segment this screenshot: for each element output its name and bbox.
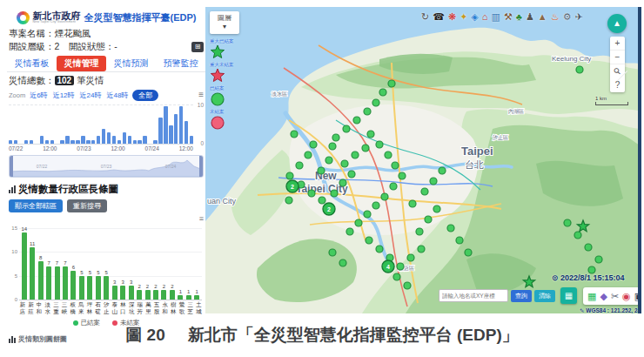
tab-2[interactable]: 災情管理 <box>57 56 106 71</box>
disaster-marker[interactable] <box>381 193 388 200</box>
district-bar[interactable] <box>145 290 151 300</box>
time-filter-link[interactable]: 近6時 <box>30 91 47 100</box>
disaster-marker[interactable] <box>433 205 440 212</box>
disaster-marker[interactable] <box>339 179 346 186</box>
disaster-marker[interactable] <box>353 117 360 124</box>
disaster-marker[interactable] <box>564 219 571 226</box>
disaster-marker[interactable] <box>393 273 400 280</box>
disaster-cluster-marker[interactable]: 2 <box>323 203 335 215</box>
district-bar[interactable] <box>153 290 158 300</box>
disaster-marker[interactable] <box>399 172 406 179</box>
district-bar[interactable] <box>87 276 92 300</box>
disaster-marker[interactable] <box>286 172 293 179</box>
district-bar[interactable] <box>38 261 44 300</box>
basemap-grid-button[interactable]: ▦ <box>560 287 577 304</box>
crowd-icon[interactable]: ♟ <box>526 10 534 23</box>
legend-star-icon[interactable] <box>210 44 225 60</box>
disaster-marker[interactable] <box>305 152 312 158</box>
district-bar[interactable] <box>161 290 166 300</box>
disaster-marker[interactable] <box>291 131 298 138</box>
place-search-input[interactable] <box>439 289 508 302</box>
disaster-marker[interactable] <box>576 66 583 73</box>
disaster-marker[interactable] <box>325 157 332 164</box>
layers-dropdown-button[interactable]: 圖層 ▾ <box>210 11 239 34</box>
tab-1[interactable]: 災情看板 <box>7 56 57 71</box>
disaster-marker[interactable] <box>585 244 592 251</box>
district-bar[interactable] <box>70 271 76 300</box>
chart-icon[interactable]: ▥ <box>491 10 500 23</box>
legend-circle-icon[interactable] <box>210 115 225 131</box>
tree-icon[interactable]: ♣ <box>516 10 522 23</box>
disaster-marker[interactable] <box>318 167 325 174</box>
basemap-grid-icon[interactable]: ▦ <box>587 288 596 304</box>
disaster-marker[interactable] <box>376 141 383 148</box>
district-bar[interactable] <box>112 286 117 300</box>
district-bar[interactable] <box>79 276 84 300</box>
time-filter-link[interactable]: 近48時 <box>106 91 128 100</box>
disaster-marker[interactable] <box>367 131 374 138</box>
emblem-icon[interactable]: ✦ <box>460 10 467 23</box>
district-bar[interactable] <box>104 276 109 300</box>
legend-circle-icon[interactable] <box>210 91 225 107</box>
disaster-marker[interactable] <box>397 263 404 270</box>
disaster-marker[interactable] <box>332 134 339 141</box>
disaster-marker[interactable] <box>310 141 317 148</box>
disaster-marker[interactable] <box>588 266 595 273</box>
disaster-marker[interactable] <box>465 249 472 256</box>
show-all-districts-button[interactable]: 顯示全部轄區 <box>9 199 63 212</box>
disaster-marker[interactable] <box>366 237 372 244</box>
zoom-in-button[interactable]: + <box>610 37 625 51</box>
tab-3[interactable]: 災情預測 <box>106 56 156 71</box>
district-bar[interactable] <box>129 286 134 300</box>
disaster-marker[interactable] <box>352 152 359 158</box>
disaster-marker[interactable] <box>364 211 371 218</box>
disaster-marker[interactable] <box>407 254 414 261</box>
district-bar[interactable] <box>46 266 51 300</box>
time-filter-link[interactable]: 近12時 <box>53 91 75 100</box>
district-bar[interactable] <box>30 247 35 300</box>
re-search-button[interactable]: 重新搜尋 <box>67 199 107 212</box>
disaster-marker[interactable] <box>355 219 362 226</box>
disaster-marker[interactable] <box>346 228 353 235</box>
time-filter-link[interactable]: 近24時 <box>80 91 102 100</box>
disaster-cluster-marker[interactable]: 4 <box>382 260 394 273</box>
district-bar[interactable] <box>96 276 101 300</box>
search-button[interactable]: 查詢 <box>511 290 532 302</box>
disaster-marker[interactable] <box>447 225 454 232</box>
landslide-icon[interactable]: ▲ <box>538 10 547 23</box>
district-bar[interactable] <box>137 290 142 300</box>
disaster-marker[interactable] <box>339 259 346 266</box>
disaster-marker[interactable] <box>372 202 379 209</box>
disaster-marker[interactable] <box>348 171 355 178</box>
disaster-marker[interactable] <box>416 228 423 235</box>
draw-disabled-icon[interactable]: ✂ <box>611 288 619 304</box>
fire-icon[interactable]: ♨ <box>551 10 560 23</box>
disaster-marker[interactable] <box>329 249 336 256</box>
district-bar[interactable] <box>170 290 175 300</box>
disaster-marker[interactable] <box>308 190 315 197</box>
disaster-marker[interactable] <box>285 197 292 204</box>
disaster-marker[interactable] <box>456 237 463 244</box>
typhoon-icon[interactable]: ❋ <box>448 10 456 23</box>
legend-star-icon[interactable] <box>210 68 225 84</box>
trend-navigator[interactable]: 07/2207/2307/24 <box>9 155 204 178</box>
locate-target-icon[interactable]: ◉ <box>622 288 631 304</box>
disaster-marker[interactable] <box>364 108 371 115</box>
phone-icon[interactable]: ☎ <box>433 10 445 23</box>
truck-icon[interactable]: ⚙ <box>563 10 572 23</box>
district-bar[interactable] <box>186 295 191 300</box>
disaster-marker[interactable] <box>430 178 437 185</box>
tab-4[interactable]: 預警監控 <box>156 56 205 71</box>
disaster-marker[interactable] <box>329 143 336 150</box>
disaster-marker[interactable] <box>439 167 446 174</box>
disaster-marker[interactable] <box>425 216 432 223</box>
crane-icon[interactable]: ⚒ <box>504 10 513 23</box>
chart-menu-icon[interactable]: ≡ <box>198 91 204 99</box>
disaster-marker[interactable] <box>319 197 325 204</box>
disaster-map[interactable]: Keelung CityTaipei台北NewTaipei Cityuan Ci… <box>205 7 641 313</box>
clear-button[interactable]: 清除 <box>534 290 555 302</box>
expand-button[interactable]: ⊞ <box>191 42 204 52</box>
plane-icon[interactable]: ✈ <box>575 10 583 23</box>
refresh-icon[interactable]: ↻ <box>421 10 429 23</box>
disaster-marker[interactable] <box>388 80 395 87</box>
